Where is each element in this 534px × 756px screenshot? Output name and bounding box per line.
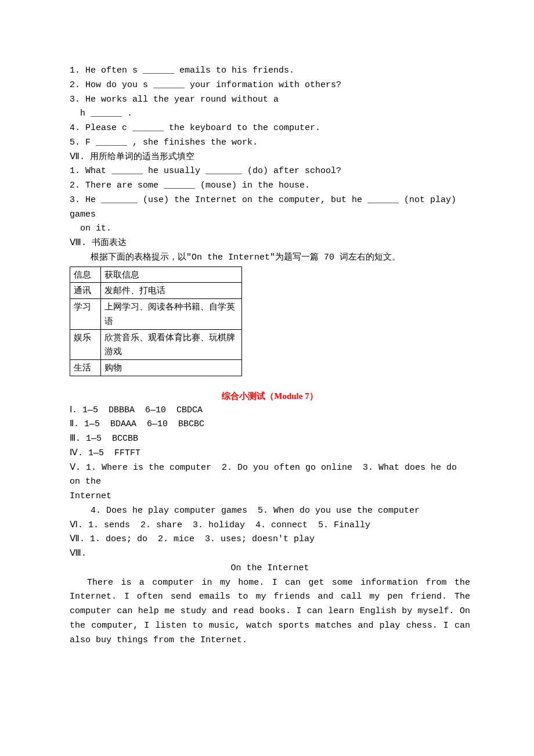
page-container: 1. He often s ______ emails to his frien…	[0, 0, 534, 756]
q7-1: 1. What ______ he usually _______ (do) a…	[70, 164, 470, 179]
cell-label: 信息	[70, 267, 101, 283]
essay-title: On the Internet	[70, 561, 470, 576]
cell-label: 娱乐	[70, 329, 101, 360]
q7-2: 2. There are some ______ (mouse) in the …	[70, 179, 470, 193]
essay-body: There is a computer in my home. I can ge…	[70, 576, 470, 648]
q6-3a: 3. He works all the year round without a	[70, 93, 470, 107]
q6-4: 4. Please c ______ the keyboard to the c…	[70, 121, 470, 136]
ans-VI: Ⅵ. 1. sends 2. share 3. holiday 4. conne…	[70, 519, 470, 533]
prompt-table: 信息 获取信息 通讯 发邮件、打电话 学习 上网学习、阅读各种书籍、自学英语 娱…	[70, 267, 242, 376]
section7-heading: Ⅶ. 用所给单词的适当形式填空	[70, 150, 470, 165]
q6-2: 2. How do you s ______ your information …	[70, 78, 470, 93]
cell-label: 学习	[70, 299, 101, 330]
ans-VIII: Ⅷ.	[70, 547, 470, 561]
q6-5: 5. F ______ , she finishes the work.	[70, 136, 470, 150]
cell-content: 购物	[101, 360, 242, 376]
q7-3b: on it.	[70, 222, 470, 236]
ans-II: Ⅱ. 1—5 BDAAA 6—10 BBCBC	[70, 417, 470, 432]
cell-label: 通讯	[70, 283, 101, 299]
ans-VII: Ⅶ. 1. does; do 2. mice 3. uses; doesn't …	[70, 532, 470, 547]
answers-title: 综合小测试（Module 7）	[70, 389, 470, 404]
q7-3a: 3. He _______ (use) the Internet on the …	[70, 193, 470, 222]
q6-1: 1. He often s ______ emails to his frien…	[70, 64, 470, 78]
ans-V-line1: Ⅴ. 1. Where is the computer 2. Do you of…	[70, 461, 470, 490]
section8-heading: Ⅷ. 书面表达	[70, 236, 470, 251]
table-row: 信息 获取信息	[70, 267, 242, 283]
ans-I: Ⅰ. 1—5 DBBBA 6—10 CBDCA	[70, 404, 470, 418]
cell-content: 欣赏音乐、观看体育比赛、玩棋牌游戏	[101, 329, 242, 360]
table-row: 娱乐 欣赏音乐、观看体育比赛、玩棋牌游戏	[70, 329, 242, 360]
table-row: 生活 购物	[70, 360, 242, 376]
table-row: 学习 上网学习、阅读各种书籍、自学英语	[70, 299, 242, 330]
section8-intro: 根据下面的表格提示，以"On the Internet"为题写一篇 70 词左右…	[70, 251, 470, 265]
q6-3b: h ______ .	[70, 107, 470, 121]
cell-content: 上网学习、阅读各种书籍、自学英语	[101, 299, 242, 330]
ans-III: Ⅲ. 1—5 BCCBB	[70, 432, 470, 447]
ans-IV: Ⅳ. 1—5 FFTFT	[70, 447, 470, 461]
ans-V-line2: Internet	[70, 489, 470, 504]
cell-label: 生活	[70, 360, 101, 376]
ans-V-line3: 4. Does he play computer games 5. When d…	[70, 504, 470, 519]
table-row: 通讯 发邮件、打电话	[70, 283, 242, 299]
cell-content: 发邮件、打电话	[101, 283, 242, 299]
cell-content: 获取信息	[101, 267, 242, 283]
